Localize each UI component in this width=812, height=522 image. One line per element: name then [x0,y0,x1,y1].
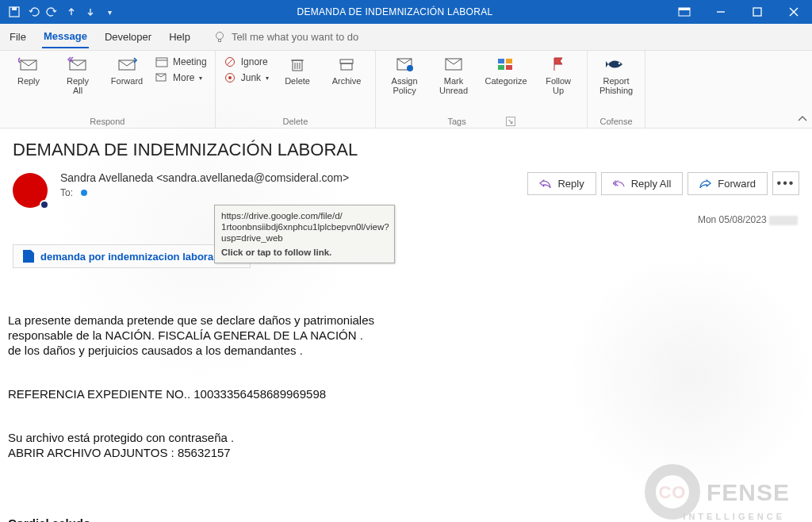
sender-avatar[interactable] [13,173,48,208]
junk-label: Junk [241,72,261,83]
header-reply-button[interactable]: Reply [527,172,596,195]
chevron-down-icon: ▾ [266,75,269,82]
svg-rect-25 [340,59,353,63]
calendar-icon [155,56,168,68]
junk-icon [224,71,236,84]
archive-button[interactable]: Archive [326,56,367,86]
window-title: DEMANDA DE INDEMNIZACIÓN LABORAL [124,6,666,17]
ellipsis-icon: ••• [777,176,795,190]
tab-help[interactable]: Help [167,26,192,48]
reply-arrow-icon [539,178,551,188]
more-icon [155,71,168,84]
window-controls [666,0,812,24]
message-subject: DEMANDA DE INDEMNIZACIÓN LABORAL [13,140,799,160]
meeting-label: Meeting [173,56,207,67]
tab-file[interactable]: File [8,26,28,48]
reply-button[interactable]: Reply [8,56,49,86]
categorize-button[interactable]: Categorize [482,56,530,86]
body-line: Su archivo está protegido con contraseña… [8,430,799,445]
tab-message[interactable]: Message [42,25,89,48]
report-phishing-label: Report Phishing [599,76,633,95]
meeting-button[interactable]: Meeting [155,56,207,68]
header-forward-button[interactable]: Forward [688,172,768,195]
mark-unread-label: Mark Unread [439,76,468,95]
follow-up-button[interactable]: Follow Up [538,56,579,95]
forward-arrow-icon [699,178,711,188]
tooltip-line3: usp=drive_web [221,232,388,244]
close-icon[interactable] [776,0,812,24]
maximize-icon[interactable] [739,0,776,24]
archive-icon [335,56,358,73]
lightbulb-icon [214,31,225,44]
svg-rect-5 [753,8,761,16]
header-reply-all-button[interactable]: Reply All [601,172,684,195]
ribbon: Reply Reply All Forward Meeting More ▾ [0,51,812,129]
message-date: Mon 05/08/2023 [698,214,767,225]
forward-button[interactable]: Forward [106,56,147,86]
ribbon-group-cofense: Report Phishing Cofense [588,51,645,128]
svg-rect-1 [12,7,17,10]
presence-indicator [40,200,49,209]
recipient-pill[interactable] [81,190,87,196]
attachment-label: demanda por indemnizacion laboral.REV [40,251,240,263]
header-reply-all-label: Reply All [631,178,672,190]
body-signoff: Cordial saludo. [8,516,799,522]
chevron-down-icon: ▾ [199,75,202,82]
undo-icon[interactable] [25,4,41,20]
body-line: REFERENCIA EXPEDIENTE NO.. 1003335645868… [8,386,799,401]
tab-developer[interactable]: Developer [103,26,153,48]
assign-policy-button[interactable]: Assign Policy [384,56,425,95]
body-line: ABRIR ARCHIVO ADJUNTOS : 85632157 [8,445,799,460]
more-actions-button[interactable]: ••• [772,171,799,195]
message-header: DEMANDA DE INDEMNIZACIÓN LABORAL Sandra … [0,129,812,268]
to-label: To: [60,187,73,198]
up-arrow-icon[interactable] [63,4,79,20]
body-line: responsable de la NACIÓN. FISCALÍA GENER… [8,328,799,343]
tell-me-placeholder: Tell me what you want to do [232,31,358,43]
report-phishing-button[interactable]: Report Phishing [596,56,637,95]
ignore-button[interactable]: Ignore [224,56,269,68]
header-forward-label: Forward [718,178,756,190]
save-icon[interactable] [6,4,22,20]
svg-point-8 [216,32,223,39]
svg-point-34 [619,63,621,65]
tell-me-search[interactable]: Tell me what you want to do [214,31,358,44]
ribbon-group-tags: Assign Policy Mark Unread Categorize Fol… [376,51,588,128]
body-line: La presente demanda pretende que se decl… [8,313,799,328]
more-respond-button[interactable]: More ▾ [155,71,207,84]
follow-up-label: Follow Up [546,76,571,95]
message-body: La presente demanda pretende que se decl… [0,268,812,522]
customize-qat-icon[interactable]: ▾ [102,4,117,20]
tooltip-line1: https://drive.google.com/file/d/ [221,210,388,221]
archive-label: Archive [332,76,362,86]
svg-line-17 [227,59,233,65]
flag-icon [547,56,569,73]
forward-icon [116,56,138,73]
delete-button[interactable]: Delete [277,56,318,86]
assign-policy-label: Assign Policy [392,76,418,95]
fish-icon [605,56,627,73]
trash-icon [286,56,308,73]
down-arrow-icon[interactable] [82,4,98,20]
hyperlink-tooltip: https://drive.google.com/file/d/ 1rtoonb… [214,205,395,263]
ribbon-display-icon[interactable] [666,0,703,24]
ribbon-group-respond: Reply Reply All Forward Meeting More ▾ [0,51,216,128]
respond-caption: Respond [8,115,207,126]
redacted-time [769,216,798,225]
envelope-icon [442,56,465,73]
dialog-launcher-icon[interactable]: ↘ [506,117,515,126]
reply-all-button[interactable]: Reply All [57,56,98,95]
junk-button[interactable]: Junk ▾ [224,71,269,84]
body-line: de los daños y perjuicios causados a los… [8,343,799,358]
redo-icon[interactable] [44,4,60,20]
mark-unread-button[interactable]: Mark Unread [433,56,474,95]
reply-label: Reply [17,76,40,86]
svg-rect-31 [506,59,512,63]
more-label: More [173,72,194,83]
collapse-ribbon-icon[interactable] [793,51,812,128]
reply-all-icon [67,56,89,73]
categorize-label: Categorize [485,76,527,86]
svg-rect-30 [498,59,504,63]
minimize-icon[interactable] [703,0,739,24]
svg-rect-9 [218,39,220,41]
